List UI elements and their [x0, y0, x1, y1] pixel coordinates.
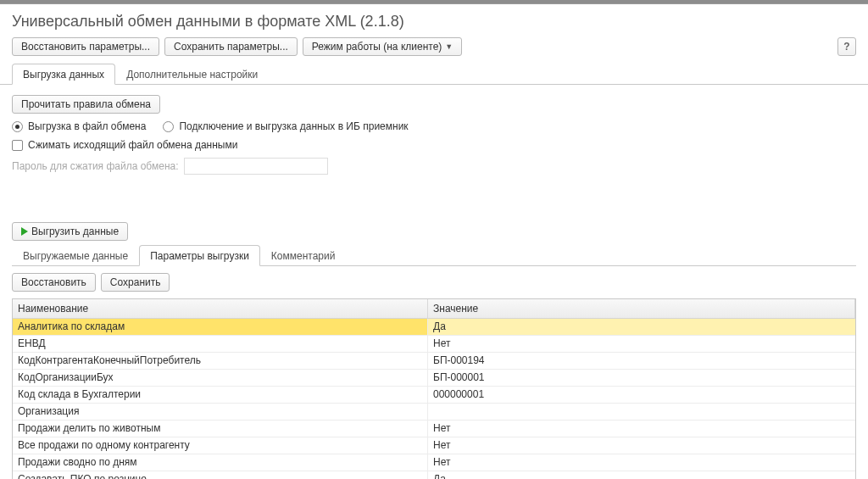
param-value-cell[interactable]: Да — [428, 319, 855, 335]
param-name-cell: Организация — [13, 404, 428, 420]
param-value-cell[interactable]: Нет — [428, 437, 855, 454]
param-value-cell[interactable]: Нет — [428, 336, 855, 352]
param-name-cell: КодОрганизацииБух — [13, 370, 428, 386]
radio-export-file-label: Выгрузка в файл обмена — [28, 120, 146, 132]
password-label: Пароль для сжатия файла обмена: — [12, 160, 179, 172]
param-name-cell: Аналитика по складам — [13, 319, 428, 335]
param-name-cell: Продажи сводно по дням — [13, 454, 428, 471]
param-name-cell: КодКонтрагентаКонечныйПотребитель — [13, 353, 428, 369]
read-rules-button[interactable]: Прочитать правила обмена — [12, 95, 160, 114]
mode-dropdown-label: Режим работы (на клиенте) — [312, 41, 442, 53]
save-params-button[interactable]: Сохранить параметры... — [164, 37, 298, 56]
params-grid: Наименование Значение Аналитика по склад… — [12, 298, 856, 479]
upload-panel: Прочитать правила обмена Выгрузка в файл… — [0, 85, 868, 479]
table-row[interactable]: КодОрганизацииБухБП-000001 — [13, 370, 855, 387]
inner-tabs: Выгружаемые данные Параметры выгрузки Ко… — [12, 244, 856, 266]
param-value-cell[interactable]: БП-000194 — [428, 353, 855, 369]
params-restore-button[interactable]: Восстановить — [12, 273, 96, 292]
table-row[interactable]: Продажи сводно по днямНет — [13, 454, 855, 471]
tab-additional-settings[interactable]: Дополнительные настройки — [115, 64, 269, 85]
play-icon — [21, 227, 28, 236]
main-tabs: Выгрузка данных Дополнительные настройки — [0, 63, 868, 85]
table-row[interactable]: ЕНВДНет — [13, 336, 855, 353]
param-value-cell[interactable]: Да — [428, 471, 855, 479]
password-input[interactable] — [184, 158, 328, 175]
param-value-cell[interactable]: БП-000001 — [428, 370, 855, 386]
grid-body: Аналитика по складамДаЕНВДНетКодКонтраге… — [13, 319, 855, 479]
chevron-down-icon: ▼ — [445, 42, 453, 51]
export-data-button[interactable]: Выгрузить данные — [12, 222, 128, 241]
main-toolbar: Восстановить параметры... Сохранить пара… — [0, 37, 868, 63]
radio-export-ib[interactable] — [163, 121, 174, 132]
mode-dropdown-button[interactable]: Режим работы (на клиенте) ▼ — [303, 37, 462, 56]
table-row[interactable]: Создавать ПКО по розницеДа — [13, 471, 855, 479]
tab-export-params[interactable]: Параметры выгрузки — [139, 245, 260, 266]
app-window: Универсальный обмен данными в формате XM… — [0, 3, 868, 479]
table-row[interactable]: Продажи делить по животнымНет — [13, 421, 855, 437]
checkbox-compress-label: Сжимать исходящий файл обмена данными — [28, 139, 237, 151]
grid-header: Наименование Значение — [13, 299, 855, 319]
table-row[interactable]: Организация — [13, 404, 855, 421]
param-name-cell: Создавать ПКО по рознице — [13, 471, 428, 479]
table-row[interactable]: КодКонтрагентаКонечныйПотребительБП-0001… — [13, 353, 855, 370]
table-row[interactable]: Аналитика по складамДа — [13, 319, 855, 336]
tab-comment[interactable]: Комментарий — [260, 245, 347, 266]
param-name-cell: Код склада в Бухгалтерии — [13, 387, 428, 403]
radio-export-file[interactable] — [12, 121, 23, 132]
param-value-cell[interactable]: Нет — [428, 454, 855, 471]
param-value-cell[interactable]: 000000001 — [428, 387, 855, 403]
checkbox-compress[interactable] — [12, 140, 23, 151]
tab-exported-data[interactable]: Выгружаемые данные — [12, 245, 139, 266]
export-data-label: Выгрузить данные — [31, 226, 119, 237]
param-value-cell[interactable] — [428, 404, 855, 420]
window-title: Универсальный обмен данными в формате XM… — [0, 4, 868, 37]
table-row[interactable]: Код склада в Бухгалтерии000000001 — [13, 387, 855, 404]
tab-upload-data[interactable]: Выгрузка данных — [12, 64, 115, 85]
restore-params-button[interactable]: Восстановить параметры... — [12, 37, 159, 56]
param-name-cell: ЕНВД — [13, 336, 428, 352]
param-value-cell[interactable]: Нет — [428, 421, 855, 437]
help-button[interactable]: ? — [837, 37, 856, 56]
params-save-button[interactable]: Сохранить — [101, 273, 170, 292]
table-row[interactable]: Все продажи по одному контрагентуНет — [13, 437, 855, 454]
params-toolbar: Восстановить Сохранить — [12, 266, 856, 297]
grid-col-name[interactable]: Наименование — [13, 299, 428, 318]
grid-col-value[interactable]: Значение — [428, 299, 855, 318]
param-name-cell: Продажи делить по животным — [13, 421, 428, 437]
radio-export-ib-label: Подключение и выгрузка данных в ИБ прием… — [179, 120, 408, 132]
param-name-cell: Все продажи по одному контрагенту — [13, 437, 428, 454]
